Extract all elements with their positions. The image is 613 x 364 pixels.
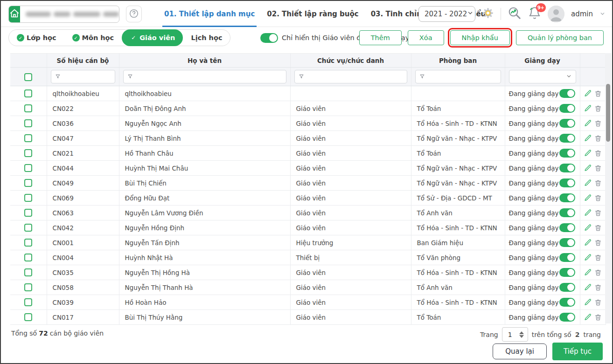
teaching-toggle[interactable]: [559, 238, 575, 247]
teaching-toggle[interactable]: [559, 253, 575, 262]
edit-icon[interactable]: [584, 268, 592, 276]
row-checkbox[interactable]: [24, 119, 32, 127]
delete-icon[interactable]: [594, 268, 602, 276]
delete-icon[interactable]: [594, 164, 602, 172]
row-checkbox[interactable]: [24, 89, 32, 97]
row-checkbox[interactable]: [24, 194, 32, 202]
home-button[interactable]: [9, 6, 20, 22]
row-checkbox[interactable]: [24, 283, 32, 291]
teaching-toggle[interactable]: [559, 134, 575, 143]
scrollbar-thumb[interactable]: [606, 84, 610, 142]
delete-icon[interactable]: [594, 209, 602, 217]
pill-mon-hoc[interactable]: ✓ Môn học: [64, 29, 122, 46]
row-checkbox[interactable]: [24, 268, 32, 276]
delete-icon[interactable]: [594, 179, 602, 187]
delete-icon[interactable]: [594, 313, 602, 321]
teaching-toggle[interactable]: [559, 179, 575, 187]
teaching-toggle[interactable]: [559, 268, 575, 277]
edit-icon[interactable]: [584, 134, 592, 142]
teaching-toggle[interactable]: [559, 283, 575, 292]
teaching-toggle[interactable]: [559, 298, 575, 307]
delete-icon[interactable]: [594, 239, 602, 247]
delete-icon[interactable]: [594, 194, 602, 202]
edit-icon[interactable]: [584, 149, 592, 157]
edit-icon[interactable]: [584, 119, 592, 127]
teaching-toggle[interactable]: [559, 223, 575, 232]
edit-icon[interactable]: [584, 104, 592, 112]
filter-staff-code-input[interactable]: [51, 70, 115, 83]
delete-icon[interactable]: [594, 149, 602, 157]
delete-icon[interactable]: [594, 89, 602, 97]
delete-icon[interactable]: [594, 283, 602, 291]
select-all-checkbox[interactable]: [24, 73, 32, 81]
tab-setup-catalog[interactable]: 01. Thiết lập danh mục: [164, 1, 255, 27]
add-button[interactable]: Thêm: [359, 30, 402, 45]
filter-full-name-input[interactable]: [123, 70, 286, 83]
settings-button[interactable]: [482, 7, 494, 21]
row-checkbox[interactable]: [24, 313, 32, 321]
pill-lop-hoc[interactable]: ✓ Lớp học: [9, 29, 64, 46]
delete-button[interactable]: Xóa: [408, 30, 444, 45]
edit-icon[interactable]: [584, 313, 592, 321]
page-stepper[interactable]: [519, 331, 524, 338]
delete-icon[interactable]: [594, 224, 602, 232]
teaching-toggle[interactable]: [559, 119, 575, 128]
edit-icon[interactable]: [584, 283, 592, 291]
page-number-input[interactable]: 1: [502, 327, 528, 342]
row-checkbox[interactable]: [24, 104, 32, 112]
teaching-toggle[interactable]: [559, 149, 575, 158]
pill-giao-vien[interactable]: ✓ Giáo viên: [122, 29, 183, 46]
notifications-button[interactable]: 9+: [528, 7, 541, 21]
avatar[interactable]: [548, 6, 564, 22]
delete-icon[interactable]: [594, 298, 602, 306]
cell-position: Giáo viên: [290, 295, 411, 310]
row-checkbox[interactable]: [24, 224, 32, 232]
filter-department-input[interactable]: [415, 70, 501, 83]
row-checkbox[interactable]: [24, 239, 32, 247]
delete-icon[interactable]: [594, 104, 602, 112]
edit-icon[interactable]: [584, 164, 592, 172]
delete-icon[interactable]: [594, 134, 602, 142]
teaching-toggle[interactable]: [559, 89, 575, 98]
back-button[interactable]: Quay lại: [493, 343, 547, 359]
row-checkbox[interactable]: [24, 179, 32, 187]
teaching-toggle[interactable]: [559, 164, 575, 172]
edit-icon[interactable]: [584, 194, 592, 202]
column-header-department: Phòng ban: [411, 54, 505, 68]
continue-button[interactable]: Tiếp tục: [552, 343, 603, 360]
teaching-toggle[interactable]: [559, 104, 575, 113]
teaching-toggle[interactable]: [559, 193, 575, 202]
filter-teaching-select[interactable]: [509, 70, 576, 83]
edit-icon[interactable]: [584, 209, 592, 217]
edit-icon[interactable]: [584, 89, 592, 97]
teaching-toggle[interactable]: [559, 313, 575, 322]
filter-position-input[interactable]: [294, 70, 407, 83]
edit-icon[interactable]: [584, 298, 592, 306]
school-year-select[interactable]: 2021 - 2022: [418, 6, 475, 22]
row-checkbox[interactable]: [24, 134, 32, 142]
delete-icon[interactable]: [594, 254, 602, 261]
analytics-lookup-button[interactable]: [508, 6, 522, 22]
import-button[interactable]: Nhập khẩu: [450, 30, 510, 45]
teaching-toggle[interactable]: [559, 208, 575, 217]
show-active-teachers-toggle[interactable]: [260, 33, 278, 43]
delete-icon[interactable]: [594, 119, 602, 127]
pill-lich-hoc[interactable]: Lịch học: [183, 29, 230, 46]
row-checkbox[interactable]: [24, 149, 32, 157]
stepper-down-icon[interactable]: [519, 335, 524, 338]
tab-setup-constraints[interactable]: 02. Thiết lập ràng buộc: [267, 1, 358, 27]
help-button[interactable]: [126, 6, 142, 22]
row-checkbox[interactable]: [24, 298, 32, 306]
school-selector[interactable]: [8, 6, 119, 23]
manage-departments-button[interactable]: Quản lý phòng ban: [516, 30, 604, 45]
row-checkbox[interactable]: [24, 209, 32, 217]
row-checkbox[interactable]: [24, 254, 32, 261]
stepper-up-icon[interactable]: [519, 331, 524, 334]
edit-icon[interactable]: [584, 254, 592, 261]
edit-icon[interactable]: [584, 239, 592, 247]
row-checkbox[interactable]: [24, 164, 32, 172]
vertical-scrollbar[interactable]: [605, 53, 611, 323]
edit-icon[interactable]: [584, 179, 592, 187]
edit-icon[interactable]: [584, 224, 592, 232]
user-menu-chevron-icon[interactable]: [599, 10, 606, 19]
